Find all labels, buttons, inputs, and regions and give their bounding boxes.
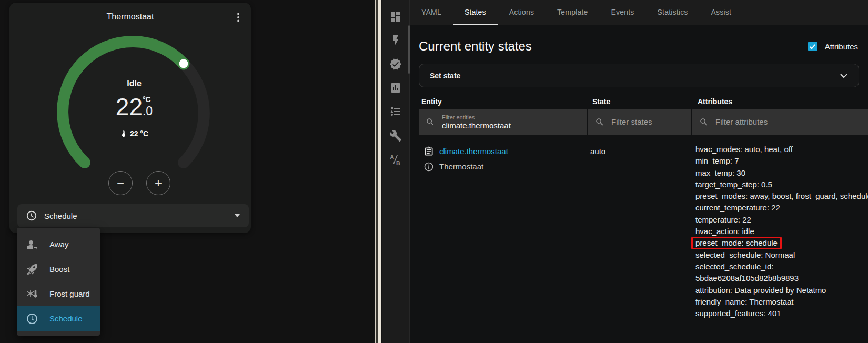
attribute-line: selected_schedule_id: [695,261,868,273]
menu-item-frost-guard[interactable]: Frost guard [17,281,100,306]
tab-events[interactable]: Events [600,0,646,25]
current-temperature: 22 °C [71,129,197,138]
menu-item-schedule[interactable]: Schedule [17,306,100,331]
attribute-line: hvac_action: idle [695,226,868,237]
set-state-expander[interactable]: Set state [419,64,859,87]
entity-filter-cell: Filter entities [419,109,587,135]
attribute-line: current_temperature: 22 [695,202,868,214]
tab-yaml[interactable]: YAML [410,0,453,25]
seal-check-icon[interactable] [389,58,402,70]
menu-item-label: Frost guard [49,289,90,298]
menu-item-label: Schedule [49,314,83,323]
attribute-line: target_temp_step: 0.5 [695,179,868,190]
attribute-line: hvac_modes: auto, heat, off [695,144,868,155]
search-icon [699,117,709,127]
search-icon [595,117,604,127]
attributes-toggle[interactable]: Attributes [808,42,858,51]
page-title: Current entity states [419,39,532,54]
tab-template[interactable]: Template [546,0,599,25]
dial-handle[interactable] [178,58,189,69]
clock-icon [26,312,38,325]
attributes-checkbox[interactable] [808,42,817,51]
right-window: A B YAML States Actions Template Events … [382,0,868,343]
menu-item-away[interactable]: Away [17,232,100,257]
check-icon [809,43,816,50]
svg-text:A: A [390,154,395,160]
thermostat-card: Thermostaat Idle 22 °C .0 [9,3,251,233]
chevron-down-icon [840,73,848,78]
attribute-line: min_temp: 7 [695,155,868,167]
entity-friendly-name: Thermostaat [439,162,483,171]
clock-icon [26,210,37,221]
attribute-line: 5bdae6208af105d82b8b9893 [695,273,868,284]
temp-decrease-button[interactable]: − [108,171,133,195]
entity-row: climate.thermostaat Thermostaat [419,144,587,174]
attribute-line: attribution: Data provided by Netatmo [695,285,868,296]
preset-mode-select[interactable]: Schedule [17,204,249,227]
target-temp-decimal: .0 [143,104,153,118]
svg-text:B: B [396,160,400,166]
info-icon[interactable] [423,162,434,172]
list-bulleted-icon[interactable] [389,105,402,118]
menu-item-label: Away [49,240,68,249]
screen: Thermostaat Idle 22 °C .0 [0,0,868,343]
target-temperature: 22 °C .0 [71,94,197,120]
state-filter-input[interactable] [611,117,690,126]
left-window: Thermostaat Idle 22 °C .0 [0,0,375,343]
entity-filter-input[interactable] [442,121,568,130]
account-arrow-right-icon [26,238,38,251]
ab-testing-icon[interactable]: A B [389,153,402,166]
set-state-label: Set state [430,72,460,80]
attribute-line: friendly_name: Thermostaat [695,296,868,308]
preset-menu: Away Boost Frost guard [17,228,100,336]
search-icon [426,117,435,127]
column-header-entity: Entity [421,97,442,106]
current-temp-value: 22 °C [130,129,148,138]
red-highlight-box: preset_mode: schedule [691,237,782,249]
temp-increase-button[interactable]: + [146,171,170,195]
attribute-line: preset_modes: away, boost, frost_guard, … [695,190,868,202]
entity-id-link[interactable]: climate.thermostaat [439,147,508,156]
dots-vertical-icon[interactable] [232,11,245,24]
tab-assist[interactable]: Assist [700,0,743,25]
wrench-icon[interactable] [389,129,402,142]
rocket-icon [26,263,38,276]
tab-states[interactable]: States [453,0,498,25]
attribute-line: selected_schedule: Normaal [695,249,868,261]
attribute-line: temperature: 22 [695,214,868,226]
column-header-attributes: Attributes [698,97,732,106]
view-dashboard-icon[interactable] [389,11,402,23]
column-header-state: State [592,97,610,106]
hvac-action-label: Idle [71,79,197,88]
entity-state-value: auto [590,144,605,159]
attributes-filter-cell [692,109,868,135]
chevron-down-icon [235,214,240,217]
tab-actions[interactable]: Actions [498,0,546,25]
attributes-toggle-label: Attributes [825,42,858,51]
app-sidebar: A B [382,0,410,343]
attribute-line-highlighted: preset_mode: schedule [695,237,868,249]
attributes-filter-input[interactable] [715,117,794,126]
tab-statistics[interactable]: Statistics [646,0,700,25]
attributes-list: hvac_modes: auto, heat, off min_temp: 7 … [695,144,868,319]
preset-select-value: Schedule [44,211,77,220]
chart-box-icon[interactable] [389,82,402,94]
states-panel: Current entity states Attributes Set sta… [410,25,868,343]
target-temp-integer: 22 [116,94,143,120]
entity-filter-label: Filter entities [442,114,568,120]
window-divider [375,0,382,343]
attribute-line: max_temp: 30 [695,167,868,179]
dial-readout: Idle 22 °C .0 22 °C [71,79,197,138]
menu-item-boost[interactable]: Boost [17,257,100,281]
lightning-bolt-icon[interactable] [389,34,402,47]
clipboard-copy-icon[interactable] [423,146,434,157]
snowflake-thermometer-icon [26,288,38,300]
attribute-line: supported_features: 401 [695,308,868,319]
temp-unit: °C [143,95,151,104]
entity-states-table: Entity State Attributes Filter entities [419,95,868,343]
state-filter-cell [588,109,691,135]
menu-item-label: Boost [49,265,69,274]
tab-bar: YAML States Actions Template Events Stat… [410,0,868,25]
thermometer-icon [120,130,127,137]
card-title: Thermostaat [9,12,251,22]
